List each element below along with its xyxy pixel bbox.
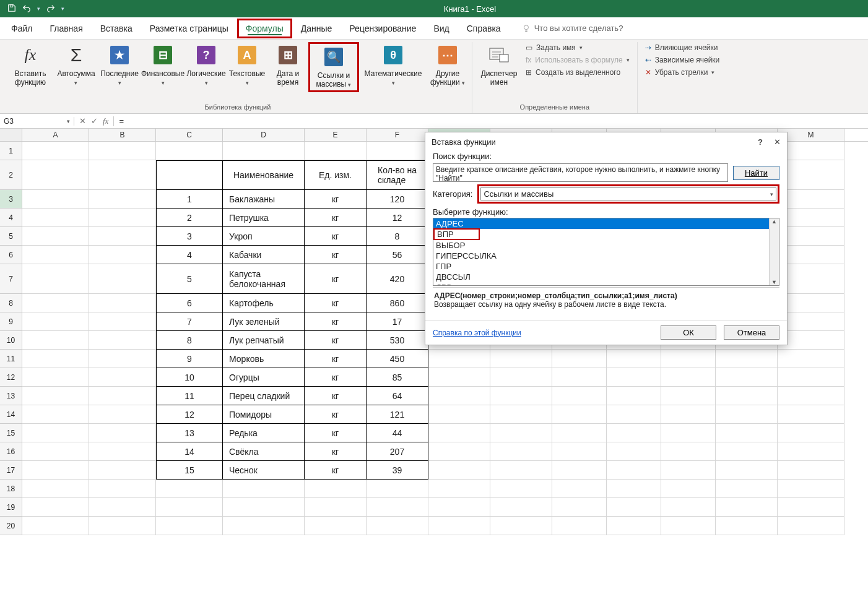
cell[interactable]: Кол-во на складе [367, 160, 428, 190]
function-list-item[interactable]: АДРЕС [433, 218, 769, 229]
cell[interactable] [428, 350, 490, 368]
cell[interactable] [778, 312, 844, 331]
cell[interactable]: 12 [367, 209, 428, 227]
listbox-scrollbar[interactable]: ▲▼ [769, 218, 779, 285]
cell[interactable] [778, 246, 844, 264]
cell[interactable]: Помидоры [223, 405, 305, 424]
cell[interactable] [778, 142, 844, 160]
cell[interactable] [428, 424, 490, 442]
cell[interactable] [89, 498, 156, 517]
cell[interactable] [428, 461, 490, 480]
cell[interactable]: Лук зеленый [223, 312, 305, 331]
cell[interactable]: кг [305, 387, 367, 405]
tab-formulas[interactable]: Формулы [237, 19, 292, 38]
cell[interactable]: 64 [367, 387, 428, 405]
cell[interactable] [89, 517, 156, 535]
cell[interactable]: 450 [367, 350, 428, 368]
cell[interactable] [89, 209, 156, 227]
cell[interactable] [22, 264, 89, 294]
cell[interactable] [778, 160, 844, 190]
cell[interactable] [89, 424, 156, 442]
cell[interactable]: кг [305, 405, 367, 424]
cell[interactable] [22, 190, 89, 209]
remove-arrows-button[interactable]: ✕Убрать стрелки ▾ [645, 67, 720, 78]
cell[interactable] [22, 246, 89, 264]
cell[interactable]: 4 [156, 246, 223, 264]
cell[interactable]: 39 [367, 461, 428, 480]
search-input[interactable]: Введите краткое описание действия, котор… [433, 163, 728, 182]
row-header[interactable]: 18 [0, 480, 22, 498]
cell[interactable]: Баклажаны [223, 190, 305, 209]
cell[interactable] [89, 350, 156, 368]
cell[interactable]: кг [305, 424, 367, 442]
cell[interactable] [367, 142, 428, 160]
cell[interactable]: кг [305, 209, 367, 227]
cell[interactable] [716, 350, 778, 368]
cell[interactable]: кг [305, 294, 367, 312]
cell[interactable] [156, 480, 223, 498]
cell[interactable] [89, 142, 156, 160]
tab-layout[interactable]: Разметка страницы [141, 19, 237, 38]
ok-button[interactable]: ОК [661, 325, 716, 340]
col-header[interactable]: C [156, 129, 223, 141]
cell[interactable] [716, 498, 778, 517]
cell[interactable] [89, 480, 156, 498]
cell[interactable] [305, 517, 367, 535]
cell[interactable]: Наименование [223, 160, 305, 190]
category-select[interactable]: Ссылки и массивы ▾ [480, 187, 776, 200]
cell[interactable] [778, 264, 844, 294]
row-header[interactable]: 7 [0, 264, 22, 294]
cell[interactable] [778, 405, 844, 424]
row-header[interactable]: 1 [0, 142, 22, 160]
cell[interactable]: 8 [367, 227, 428, 246]
cell[interactable]: 85 [367, 368, 428, 387]
row-header[interactable]: 2 [0, 160, 22, 190]
cell[interactable] [661, 350, 716, 368]
cell[interactable] [716, 480, 778, 498]
cell[interactable] [490, 424, 552, 442]
cancel-button[interactable]: Отмена [724, 325, 779, 340]
cell[interactable]: 420 [367, 264, 428, 294]
name-manager-button[interactable]: Диспетчер имен [476, 42, 522, 88]
row-header[interactable]: 11 [0, 350, 22, 368]
function-list-item[interactable]: ДРВ [433, 282, 769, 286]
cell[interactable] [552, 498, 607, 517]
cell[interactable] [22, 461, 89, 480]
cell[interactable]: кг [305, 461, 367, 480]
cell[interactable]: Петрушка [223, 209, 305, 227]
row-header[interactable]: 20 [0, 517, 22, 535]
cell[interactable] [607, 442, 661, 461]
row-header[interactable]: 13 [0, 387, 22, 405]
tab-view[interactable]: Вид [425, 19, 458, 38]
cell[interactable]: 11 [156, 387, 223, 405]
cell[interactable] [661, 498, 716, 517]
col-header[interactable]: M [778, 129, 844, 141]
tab-home[interactable]: Главная [41, 19, 91, 38]
cell[interactable] [428, 387, 490, 405]
cell[interactable]: 56 [367, 246, 428, 264]
cell[interactable]: кг [305, 190, 367, 209]
cell[interactable] [552, 442, 607, 461]
cell[interactable] [367, 498, 428, 517]
cell[interactable] [607, 517, 661, 535]
tab-data[interactable]: Данные [292, 19, 341, 38]
cell[interactable] [778, 190, 844, 209]
cell[interactable] [22, 424, 89, 442]
cell[interactable]: Морковь [223, 350, 305, 368]
cell[interactable]: 2 [156, 209, 223, 227]
cell[interactable]: Капуста белокочанная [223, 264, 305, 294]
cell[interactable]: кг [305, 312, 367, 331]
cell[interactable] [552, 405, 607, 424]
cell[interactable] [223, 498, 305, 517]
cell[interactable] [89, 461, 156, 480]
function-list-item[interactable]: ГПР [433, 261, 769, 272]
cell[interactable] [778, 424, 844, 442]
cell[interactable] [89, 442, 156, 461]
cell[interactable] [22, 312, 89, 331]
cell[interactable] [716, 424, 778, 442]
cell[interactable] [22, 142, 89, 160]
row-header[interactable]: 10 [0, 331, 22, 350]
cell[interactable] [89, 190, 156, 209]
cell[interactable] [89, 331, 156, 350]
cell[interactable] [428, 517, 490, 535]
